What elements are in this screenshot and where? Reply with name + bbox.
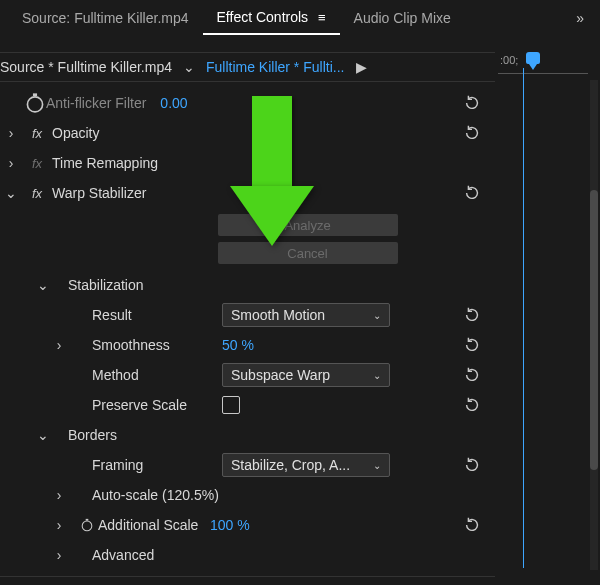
mini-timeline[interactable]: :00; (498, 50, 588, 74)
stopwatch-icon[interactable] (24, 92, 46, 114)
tab-label: Effect Controls (217, 9, 309, 25)
reset-button[interactable] (459, 454, 485, 479)
preserve-scale-row: Preserve Scale (0, 390, 495, 420)
vertical-scrollbar[interactable] (590, 80, 598, 570)
playhead-icon[interactable] (526, 52, 540, 64)
reset-button[interactable] (459, 182, 485, 207)
reset-button[interactable] (459, 122, 485, 147)
chevron-down-icon: ⌄ (373, 310, 381, 321)
effect-controls-panel: Source * Fulltime Killer.mp4 ⌄ Fulltime … (0, 44, 495, 585)
warp-action-buttons: Analyze Cancel (120, 214, 495, 264)
result-select[interactable]: Smooth Motion ⌄ (222, 303, 390, 327)
auto-scale-row[interactable]: › Auto-scale (120.5%) (0, 480, 495, 510)
analyze-button[interactable]: Analyze (218, 214, 398, 236)
chevron-down-icon: ⌄ (373, 460, 381, 471)
scrollbar-thumb[interactable] (590, 190, 598, 470)
top-tab-bar: Source: Fulltime Killer.mp4 Effect Contr… (0, 0, 600, 36)
opacity-label: Opacity (52, 125, 99, 141)
method-row: Method Subspace Warp ⌄ (0, 360, 495, 390)
advanced-label: Advanced (92, 547, 222, 563)
time-remap-label: Time Remapping (52, 155, 158, 171)
clip-path[interactable]: Fulltime Killer * Fullti... (206, 59, 344, 75)
smoothness-row: › Smoothness 50 % (0, 330, 495, 360)
chevron-down-icon: ⌄ (373, 370, 381, 381)
framing-select[interactable]: Stabilize, Crop, A... ⌄ (222, 453, 390, 477)
svg-point-0 (27, 97, 42, 112)
anti-flicker-value[interactable]: 0.00 (160, 95, 187, 111)
reset-button[interactable] (459, 304, 485, 329)
framing-label: Framing (92, 457, 222, 473)
method-select[interactable]: Subspace Warp ⌄ (222, 363, 390, 387)
time-remapping-row[interactable]: › fx Time Remapping (0, 148, 495, 178)
anti-flicker-label: Anti-flicker Filter (46, 95, 146, 111)
chevron-right-icon[interactable]: › (48, 337, 70, 353)
chevron-down-icon[interactable]: ⌄ (32, 427, 54, 443)
chevron-down-icon[interactable]: ⌄ (0, 185, 22, 201)
reset-button[interactable] (459, 514, 485, 539)
stopwatch-icon[interactable] (80, 518, 94, 532)
additional-scale-label: Additional Scale (98, 517, 210, 533)
svg-rect-3 (86, 519, 89, 521)
framing-row: Framing Stabilize, Crop, A... ⌄ (0, 450, 495, 480)
reveal-icon[interactable]: ▲ (463, 581, 485, 585)
smoothness-value[interactable]: 50 % (222, 337, 254, 353)
method-label: Method (92, 367, 222, 383)
svg-rect-1 (33, 93, 37, 96)
anti-flicker-row: Anti-flicker Filter 0.00 (0, 88, 495, 118)
select-value: Subspace Warp (231, 367, 330, 383)
preserve-scale-label: Preserve Scale (92, 397, 222, 413)
svg-point-2 (82, 521, 92, 531)
tab-audio-mixer[interactable]: Audio Clip Mixe (340, 2, 465, 34)
clip-header-row: Source * Fulltime Killer.mp4 ⌄ Fulltime … (0, 52, 495, 82)
chevron-down-icon[interactable]: ⌄ (178, 59, 200, 75)
additional-scale-value[interactable]: 100 % (210, 517, 250, 533)
reset-button[interactable] (459, 394, 485, 419)
opacity-row[interactable]: › fx Opacity (0, 118, 495, 148)
chevron-down-icon[interactable]: ⌄ (32, 277, 54, 293)
chevron-right-icon[interactable]: › (48, 487, 70, 503)
fx-badge[interactable]: fx (22, 186, 52, 201)
audio-section[interactable]: Audio ▲ (0, 576, 495, 585)
select-value: Smooth Motion (231, 307, 325, 323)
reset-button[interactable] (459, 92, 485, 117)
additional-scale-row: › Additional Scale 100 % (0, 510, 495, 540)
warp-label: Warp Stabilizer (52, 185, 146, 201)
source-path: Source * Fulltime Killer.mp4 (0, 59, 172, 75)
playhead-line (523, 68, 524, 568)
tab-effect-controls[interactable]: Effect Controls ≡ (203, 1, 340, 35)
stabilization-section[interactable]: ⌄ Stabilization (0, 270, 495, 300)
select-value: Stabilize, Crop, A... (231, 457, 350, 473)
chevron-right-icon[interactable]: › (0, 155, 22, 171)
tab-source[interactable]: Source: Fulltime Killer.mp4 (8, 2, 203, 34)
play-icon[interactable]: ▶ (350, 59, 373, 75)
reset-button[interactable] (459, 364, 485, 389)
reset-button[interactable] (459, 334, 485, 359)
preserve-scale-checkbox[interactable] (222, 396, 240, 414)
timecode-label: :00; (500, 54, 518, 66)
chevron-right-icon[interactable]: › (48, 517, 70, 533)
more-tabs-icon[interactable]: » (568, 6, 592, 30)
result-label: Result (92, 307, 222, 323)
fx-badge[interactable]: fx (22, 126, 52, 141)
chevron-right-icon[interactable]: › (48, 547, 70, 563)
auto-scale-label: Auto-scale (120.5%) (92, 487, 292, 503)
fx-badge[interactable]: fx (22, 156, 52, 171)
smoothness-label: Smoothness (92, 337, 222, 353)
chevron-right-icon[interactable]: › (0, 125, 22, 141)
stabilization-label: Stabilization (68, 277, 144, 293)
borders-section[interactable]: ⌄ Borders (0, 420, 495, 450)
advanced-row[interactable]: › Advanced (0, 540, 495, 570)
result-row: Result Smooth Motion ⌄ (0, 300, 495, 330)
cancel-button[interactable]: Cancel (218, 242, 398, 264)
borders-label: Borders (68, 427, 117, 443)
panel-menu-icon[interactable]: ≡ (318, 10, 326, 25)
warp-stabilizer-row[interactable]: ⌄ fx Warp Stabilizer (0, 178, 495, 208)
